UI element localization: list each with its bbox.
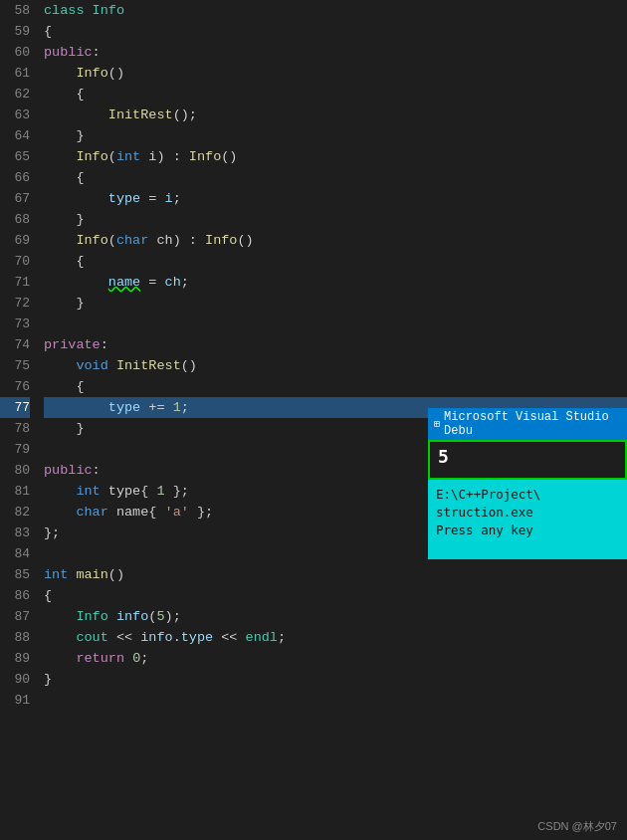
token: () xyxy=(221,149,237,164)
token: name xyxy=(108,275,140,290)
token: 1 xyxy=(156,484,164,499)
token: : xyxy=(101,337,108,352)
line-number-79: 79 xyxy=(0,439,30,460)
token: public xyxy=(44,463,93,478)
line-number-80: 80 xyxy=(0,460,30,481)
line-number-75: 75 xyxy=(0,355,30,376)
token: info xyxy=(140,630,172,645)
token: Info xyxy=(76,233,107,248)
line-number-86: 86 xyxy=(0,585,30,606)
token xyxy=(44,233,76,248)
token: { xyxy=(44,588,52,603)
token: { xyxy=(44,87,85,102)
code-line-90: } xyxy=(44,669,627,690)
token xyxy=(44,149,76,164)
token: int xyxy=(76,484,100,499)
token: } xyxy=(44,128,85,143)
code-line-69: Info(char ch) : Info() xyxy=(44,230,627,251)
token: . xyxy=(173,630,181,645)
console-line: E:\C++Project\ xyxy=(436,486,619,504)
token: () xyxy=(108,567,124,582)
line-number-61: 61 xyxy=(0,63,30,84)
token: Info xyxy=(205,233,237,248)
line-number-58: 58 xyxy=(0,0,30,21)
token: ; xyxy=(173,191,181,206)
line-number-59: 59 xyxy=(0,21,30,42)
token: 'a' xyxy=(165,505,189,520)
code-line-86: { xyxy=(44,585,627,606)
code-line-91 xyxy=(44,690,627,711)
code-line-85: int main() xyxy=(44,564,627,585)
line-number-67: 67 xyxy=(0,188,30,209)
debug-icon: ⊞ xyxy=(434,418,440,430)
token xyxy=(108,609,116,624)
token xyxy=(44,651,76,666)
token: = xyxy=(140,275,164,290)
token: << xyxy=(108,630,140,645)
line-number-73: 73 xyxy=(0,314,30,334)
token xyxy=(44,609,76,624)
token: type xyxy=(181,630,213,645)
token: += xyxy=(140,400,172,415)
token: i xyxy=(165,191,173,206)
token: char xyxy=(76,505,107,520)
token: ch) : xyxy=(148,233,205,248)
token: () xyxy=(181,358,197,373)
token: public xyxy=(44,45,93,60)
token: cout xyxy=(76,630,107,645)
token: () xyxy=(237,233,253,248)
debug-number: 5 xyxy=(438,446,449,467)
token: : xyxy=(93,463,101,478)
code-line-61: Info() xyxy=(44,63,627,84)
line-number-66: 66 xyxy=(0,167,30,188)
line-number-90: 90 xyxy=(0,669,30,690)
line-number-85: 85 xyxy=(0,564,30,585)
token: ; xyxy=(278,630,286,645)
token: { xyxy=(44,24,52,39)
line-number-77: 77 xyxy=(0,397,30,418)
debug-title: Microsoft Visual Studio Debu xyxy=(444,410,621,438)
token: : xyxy=(93,45,101,60)
token: InitRest xyxy=(116,358,181,373)
line-numbers: 5859606162636465666768697071727374757677… xyxy=(0,0,38,840)
token xyxy=(44,400,108,415)
token: type xyxy=(108,191,140,206)
code-line-75: void InitRest() xyxy=(44,355,627,376)
token: endl xyxy=(246,630,278,645)
code-line-65: Info(int i) : Info() xyxy=(44,146,627,167)
watermark: CSDN @林夕07 xyxy=(537,819,617,834)
token xyxy=(44,630,76,645)
line-number-82: 82 xyxy=(0,502,30,523)
code-line-64: } xyxy=(44,125,627,146)
token: Info xyxy=(93,3,124,18)
token: ( xyxy=(108,233,116,248)
token: Info xyxy=(76,66,107,81)
token: ; xyxy=(181,400,189,415)
token: }; xyxy=(165,484,189,499)
token: << xyxy=(213,630,245,645)
token: char xyxy=(116,233,148,248)
code-line-89: return 0; xyxy=(44,648,627,669)
line-number-64: 64 xyxy=(0,125,30,146)
token: type{ xyxy=(101,484,157,499)
code-line-71: name = ch; xyxy=(44,272,627,293)
code-line-67: type = i; xyxy=(44,188,627,209)
code-line-76: { xyxy=(44,376,627,397)
token: { xyxy=(44,170,85,185)
console-line: struction.exe xyxy=(436,504,619,522)
token: info xyxy=(116,609,148,624)
debug-overlay: ⊞ Microsoft Visual Studio Debu 5 E:\C++P… xyxy=(428,408,627,559)
token: }; xyxy=(189,505,213,520)
token: () xyxy=(108,66,124,81)
code-line-74: private: xyxy=(44,334,627,355)
token: return xyxy=(76,651,124,666)
token: Info xyxy=(76,149,107,164)
token xyxy=(44,505,76,520)
token: int xyxy=(44,567,68,582)
token: = xyxy=(140,191,164,206)
token: ch xyxy=(165,275,181,290)
code-line-60: public: xyxy=(44,42,627,63)
token: 1 xyxy=(173,400,181,415)
line-number-60: 60 xyxy=(0,42,30,63)
token: ; xyxy=(140,651,148,666)
